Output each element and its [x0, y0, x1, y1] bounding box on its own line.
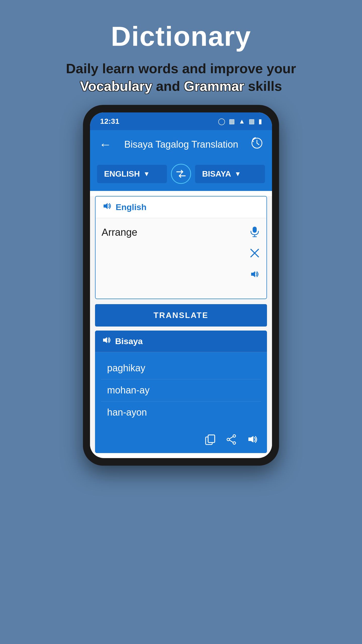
promo-highlight-grammar: Grammar — [184, 78, 244, 94]
app-bar: ← Bisaya Tagalog Translation — [90, 130, 272, 159]
target-lang-dropdown-icon: ▼ — [235, 170, 241, 178]
history-button[interactable] — [251, 137, 263, 152]
swap-languages-button[interactable] — [171, 164, 191, 184]
input-section: English Arrange — [95, 196, 267, 299]
status-wifi-icon: ▲ — [239, 117, 245, 125]
promo-skills: skills — [244, 78, 282, 94]
svg-marker-1 — [104, 203, 108, 209]
svg-marker-17 — [248, 436, 253, 442]
back-button[interactable]: ← — [99, 137, 112, 152]
promo-area: Dictionary Daily learn words and improve… — [0, 0, 362, 105]
input-body: Arrange — [96, 218, 266, 299]
svg-line-15 — [229, 436, 233, 439]
target-lang-button[interactable]: BISAYA ▼ — [195, 165, 265, 183]
svg-rect-11 — [208, 435, 215, 442]
svg-point-14 — [227, 438, 230, 441]
input-play-button[interactable] — [249, 269, 260, 283]
clear-button[interactable] — [249, 247, 260, 262]
status-bar: 12:31 ◯ ▩ ▲ ▩ ▮ — [90, 112, 272, 130]
output-lang-label: Bisaya — [115, 336, 143, 346]
output-result-1: paghikay — [101, 357, 261, 379]
promo-and: and — [152, 78, 184, 94]
phone-screen: 12:31 ◯ ▩ ▲ ▩ ▮ ← Bisaya Tagalog Transl — [90, 112, 272, 458]
phone-mockup: 12:31 ◯ ▩ ▲ ▩ ▮ ← Bisaya Tagalog Transl — [83, 105, 279, 466]
output-result-2: mohan-ay — [101, 379, 261, 401]
app-bar-title: Bisaya Tagalog Translation — [112, 139, 251, 150]
input-text[interactable]: Arrange — [102, 224, 249, 238]
output-lang-header: Bisaya — [95, 331, 267, 352]
output-section: Bisaya paghikay mohan-ay han-ayon — [95, 331, 267, 453]
promo-title: Dictionary — [111, 20, 251, 52]
status-signal-icon: ▩ — [249, 117, 255, 125]
svg-marker-7 — [251, 271, 255, 277]
promo-subtitle-line1: Daily learn words and improve your — [66, 61, 296, 76]
source-lang-button[interactable]: ENGLISH ▼ — [97, 165, 167, 183]
input-lang-header: English — [96, 196, 266, 218]
status-battery-icon: ▮ — [258, 117, 262, 125]
translate-button[interactable]: TRANSLATE — [95, 304, 267, 327]
input-actions — [249, 224, 260, 283]
svg-point-13 — [233, 442, 236, 444]
output-results: paghikay mohan-ay han-ayon — [95, 352, 267, 428]
bottom-actions — [95, 428, 267, 453]
copy-button[interactable] — [205, 434, 216, 448]
status-icons: ◯ ▩ ▲ ▩ ▮ — [218, 117, 262, 125]
source-lang-label: ENGLISH — [104, 169, 140, 179]
input-speaker-icon[interactable] — [102, 201, 112, 213]
promo-subtitle: Daily learn words and improve your Vocab… — [66, 60, 296, 95]
svg-marker-8 — [103, 337, 107, 343]
svg-line-16 — [229, 440, 233, 442]
output-speaker-icon[interactable] — [101, 335, 111, 347]
input-lang-label: English — [116, 202, 147, 212]
main-content: English Arrange — [90, 196, 272, 453]
lang-bar: ENGLISH ▼ BISAYA ▼ — [90, 159, 272, 191]
status-sim-icon: ▩ — [229, 117, 235, 125]
phone-wrapper: 12:31 ◯ ▩ ▲ ▩ ▮ ← Bisaya Tagalog Transl — [83, 105, 279, 466]
svg-rect-2 — [253, 227, 257, 233]
mic-button[interactable] — [249, 226, 260, 240]
status-circle-icon: ◯ — [218, 117, 225, 125]
output-result-3: han-ayon — [101, 401, 261, 423]
target-lang-label: BISAYA — [202, 169, 231, 179]
source-lang-dropdown-icon: ▼ — [143, 170, 150, 178]
output-play-button[interactable] — [247, 434, 258, 448]
svg-point-12 — [233, 435, 236, 437]
share-button[interactable] — [226, 434, 237, 448]
promo-highlight-vocabulary: Vocabulary — [80, 78, 152, 94]
status-time: 12:31 — [100, 117, 119, 126]
